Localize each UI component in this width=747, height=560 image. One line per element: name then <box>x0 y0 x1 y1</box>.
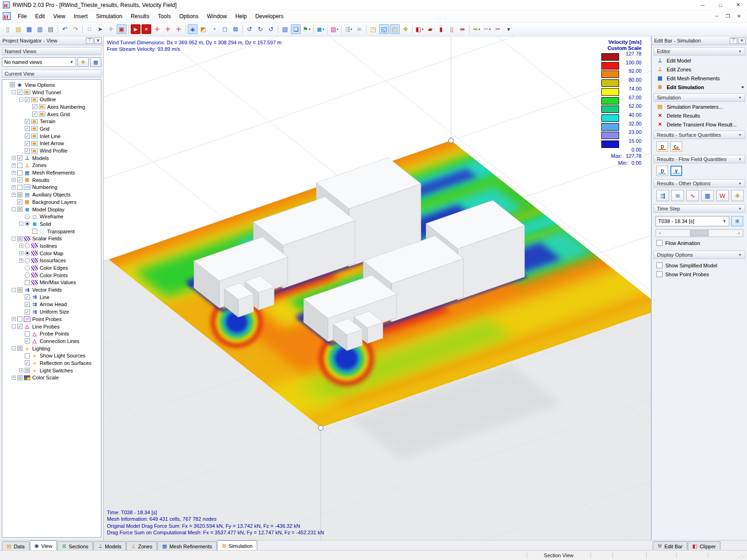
menu-results[interactable]: Results <box>127 11 154 21</box>
mesh-overlay-button[interactable]: ▦ <box>701 190 714 201</box>
checkbox[interactable] <box>17 287 22 293</box>
show-point-probes-checkbox[interactable] <box>656 271 662 277</box>
toolbar-display-properties-icon[interactable]: ◼▾ <box>316 24 325 34</box>
checkbox[interactable]: ✓ <box>17 90 22 95</box>
tree-item-show-light-sources[interactable]: ➤Show Light Sources <box>2 352 101 359</box>
checkbox[interactable]: ✓ <box>17 324 22 329</box>
expand-icon[interactable]: - <box>19 98 23 102</box>
collapse-icon[interactable]: ▼ <box>738 49 742 54</box>
tree-item-line[interactable]: ✓⇉Line <box>2 294 101 301</box>
expand-icon[interactable]: - <box>12 207 16 211</box>
toolbar-clip-box-icon[interactable]: ▮ <box>436 24 446 34</box>
tree-item-models[interactable]: +✓⊥Models <box>2 154 101 162</box>
minimize-button[interactable]: ─ <box>694 0 712 10</box>
action-delete-results[interactable]: ✕Delete Results <box>652 111 747 120</box>
tree-item-auxiliary-objects[interactable]: +▤Auxiliary Objects <box>2 191 101 198</box>
radio[interactable] <box>25 214 30 219</box>
tree-item-uniform-size[interactable]: ✓⇉Uniform Size <box>2 308 101 315</box>
checkbox[interactable] <box>17 185 22 190</box>
tree-item-vector-fields[interactable]: -⇉Vector Fields <box>2 286 101 294</box>
menu-edit[interactable]: Edit <box>31 11 49 21</box>
toolbar-wireframe-box-icon[interactable]: ▧ <box>280 24 290 34</box>
expand-icon[interactable]: + <box>19 259 23 263</box>
toolbar-zoom-all-icon[interactable]: ⊠ <box>231 24 240 34</box>
toolbar-drag-force-z-icon[interactable]: ✛ <box>174 24 183 34</box>
tab-mesh-refinements[interactable]: ▦Mesh Refinements <box>157 541 217 551</box>
checkbox[interactable]: ✓ <box>25 133 30 139</box>
save-view-button[interactable]: ▦ <box>90 57 101 67</box>
tree-item-color-edges[interactable]: Color Edges <box>2 264 101 272</box>
action-edit-simulation[interactable]: ≣Edit Simulation◄ <box>652 83 747 91</box>
checkbox[interactable]: ✓ <box>25 294 30 300</box>
tree-item-connection-lines[interactable]: ✓△Connection Lines <box>2 337 101 345</box>
action-edit-zones[interactable]: ⊥Edit Zones <box>652 65 747 74</box>
tree-item-line-probes[interactable]: -✓△Line Probes <box>2 323 101 330</box>
tree-item-scalar-fields[interactable]: -Scalar Fields <box>2 235 101 242</box>
collapse-icon[interactable]: ▼ <box>738 253 742 257</box>
flow-animation-checkbox[interactable] <box>656 240 662 246</box>
menu-file[interactable]: File <box>14 11 31 21</box>
radio[interactable] <box>25 266 30 271</box>
action-delete-transient-flow-result[interactable]: ✕Delete Transient Flow Result... <box>652 120 747 129</box>
expand-icon[interactable]: + <box>12 317 16 321</box>
checkbox[interactable] <box>17 346 22 351</box>
tree-item-wind-profile[interactable]: ✓Wind Profile <box>2 147 101 154</box>
checkbox[interactable]: ✓ <box>25 309 30 315</box>
quantity-p-button[interactable]: p <box>656 141 668 152</box>
expand-icon[interactable]: + <box>12 171 16 175</box>
expand-icon[interactable]: + <box>12 193 16 197</box>
checkbox[interactable] <box>17 192 22 197</box>
toolbar-show-model-icon[interactable]: ◱ <box>379 24 389 34</box>
toolbar-stop-simulation-icon[interactable]: ✕ <box>141 24 151 34</box>
toolbar-snap-cross-icon[interactable]: ✛ <box>106 24 116 34</box>
close-panel-icon[interactable]: ✕ <box>94 37 102 44</box>
checkbox[interactable]: ✓ <box>25 338 30 343</box>
toolbar-rotate-ccw-icon[interactable]: ↺ <box>266 24 276 34</box>
checkbox[interactable] <box>17 170 22 175</box>
tree-item-transparent[interactable]: ◻Transparent <box>2 228 101 235</box>
toolbar-print-icon[interactable]: ▤ <box>46 24 56 34</box>
toolbar-show-terrain-icon[interactable]: ◰ <box>390 24 400 34</box>
toolbar-clip-plane-arrows-icon[interactable]: ⇹ <box>458 24 467 34</box>
toolbar-rotate-free-icon[interactable]: ↺ <box>245 24 254 34</box>
checkbox[interactable] <box>25 331 30 336</box>
toolbar-paint-surface-icon[interactable]: ❖ <box>401 24 410 34</box>
checkbox[interactable]: ✓ <box>25 126 30 131</box>
menu-tools[interactable]: Tools <box>154 11 175 21</box>
checkbox[interactable] <box>25 368 30 373</box>
word-report-button[interactable]: W <box>716 190 729 201</box>
tree-item-view-options[interactable]: ◉View Options <box>2 81 101 89</box>
tree-item-axes-grid[interactable]: ✓Axes Grid <box>2 111 101 118</box>
toolbar-previous-view-icon[interactable]: ◔ <box>209 24 219 34</box>
checkbox[interactable]: ✓ <box>25 360 30 365</box>
time-step-settings-button[interactable]: ✻ <box>731 216 743 226</box>
toolbar-zoom-window-icon[interactable]: ◻ <box>220 24 230 34</box>
action-simulation-parameters[interactable]: ▤Simulation Parameters... <box>652 102 747 111</box>
toolbar-run-simulation-icon[interactable]: ▶ <box>131 24 141 34</box>
tab-data[interactable]: ▤Data <box>2 541 29 551</box>
tree-item-color-map[interactable]: +Color Map <box>2 250 101 257</box>
tree-item-probe-points[interactable]: △Probe Points <box>2 330 101 337</box>
expand-icon[interactable]: + <box>12 178 16 182</box>
streamlines-button[interactable]: ⇶ <box>656 190 669 201</box>
toolbar-clip-plane-horizontal-icon[interactable]: ▰ <box>425 24 435 34</box>
radio[interactable] <box>25 251 30 256</box>
expand-icon[interactable]: - <box>12 237 16 241</box>
tree-item-inlet-line[interactable]: ✓Inlet Line <box>2 133 101 140</box>
tree-item-isolines[interactable]: +Isolines <box>2 242 101 250</box>
checkbox[interactable] <box>10 82 15 87</box>
resize-grip[interactable]: ⋰⋰ <box>737 554 746 559</box>
tab-edit-bar[interactable]: ⚒Edit Bar <box>653 541 687 551</box>
mdi-restore-button[interactable]: ❐ <box>723 14 733 19</box>
radio[interactable] <box>25 221 30 226</box>
apply-view-button[interactable]: ❖ <box>78 57 89 67</box>
toolbar-scalar-field-settings-icon[interactable]: ▨▾ <box>330 24 339 34</box>
checkbox[interactable]: ✓ <box>25 119 30 124</box>
expand-icon[interactable]: - <box>19 222 23 226</box>
tree-item-axes-numbering[interactable]: ✓Axes Numbering <box>2 103 101 111</box>
tree-item-lighting[interactable]: -➤Lighting <box>2 345 101 352</box>
radio[interactable] <box>25 243 30 248</box>
time-step-dropdown[interactable]: T038 - 18.34 [s] ▼ <box>655 216 729 226</box>
toolbar-ortho-snap-icon[interactable]: ▣ <box>117 24 127 34</box>
expand-icon[interactable]: - <box>12 288 16 292</box>
